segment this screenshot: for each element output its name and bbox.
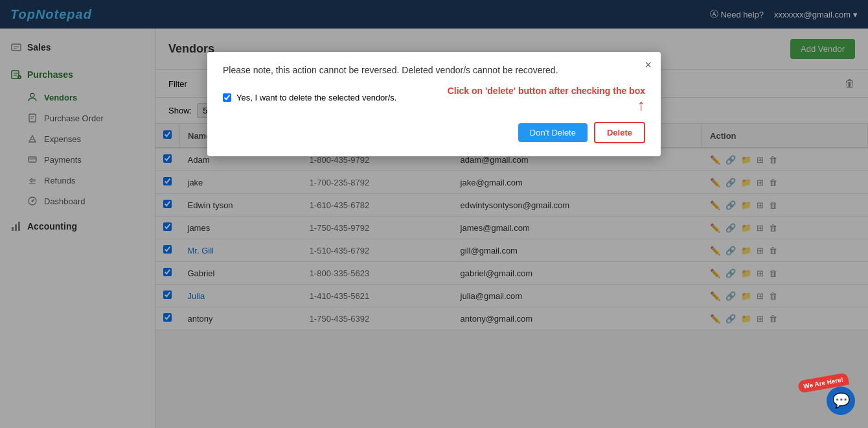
delete-button[interactable]: Delete xyxy=(594,122,645,143)
dont-delete-button[interactable]: Don't Delete xyxy=(518,123,588,142)
modal-overlay: × Please note, this action cannot be rev… xyxy=(0,0,868,428)
hint-label: Click on 'delete' button after checking … xyxy=(448,86,645,96)
confirm-delete-checkbox[interactable] xyxy=(223,93,231,102)
confirm-delete-label: Yes, I want to delete the selected vendo… xyxy=(236,93,396,102)
modal-close-button[interactable]: × xyxy=(645,58,652,72)
hint-arrow-icon: ↑ xyxy=(637,96,645,114)
chat-bubble: We Are Here! 💬 xyxy=(805,377,855,415)
delete-confirm-modal: × Please note, this action cannot be rev… xyxy=(207,52,661,156)
modal-action-row: Don't Delete Delete xyxy=(223,122,645,143)
chat-icon: 💬 xyxy=(832,392,850,409)
modal-hint-text: Click on 'delete' button after checking … xyxy=(448,86,645,96)
modal-checkbox-row: Yes, I want to delete the selected vendo… xyxy=(223,93,396,102)
modal-warning-text: Please note, this action cannot be rever… xyxy=(223,65,645,75)
chat-icon-button[interactable]: 💬 xyxy=(827,386,855,415)
modal-hint-row: Yes, I want to delete the selected vendo… xyxy=(223,86,645,114)
hint-area: Click on 'delete' button after checking … xyxy=(448,86,645,114)
